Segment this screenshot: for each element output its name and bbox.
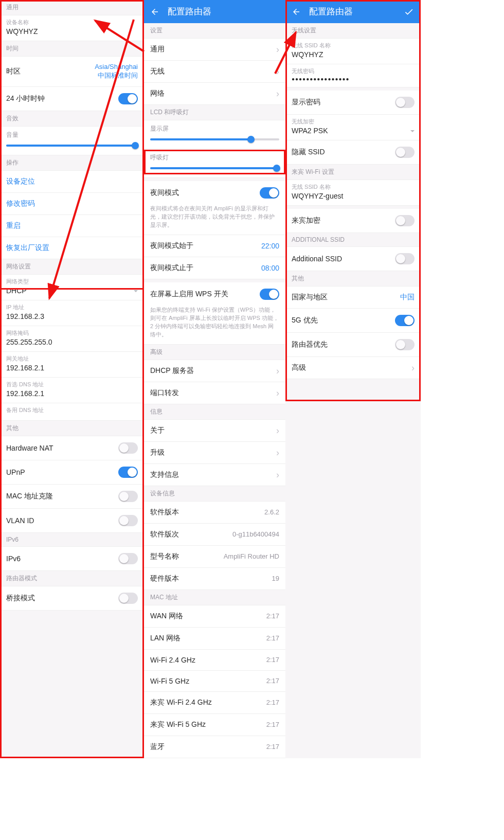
upnp-toggle[interactable] <box>118 467 138 478</box>
show-pwd-toggle[interactable] <box>395 97 415 108</box>
display-slider[interactable] <box>150 138 279 140</box>
night-mode-toggle[interactable] <box>260 187 279 199</box>
hwnat-toggle[interactable] <box>118 442 138 454</box>
mac-row: 来宾 Wi-Fi 2.4 GHz2:17 <box>144 692 285 714</box>
fiveg-toggle[interactable] <box>395 315 415 326</box>
router-priority-row[interactable]: 路由器优先 <box>285 333 421 357</box>
section-wireless: 无线设置 <box>285 23 421 39</box>
save-button[interactable] <box>403 7 415 17</box>
country-row[interactable]: 国家与地区中国 <box>285 287 421 309</box>
section-other3: 其他 <box>285 271 421 287</box>
mac-row: 蓝牙2:17 <box>144 736 285 758</box>
pwd-value[interactable]: ●●●●●●●●●●●●●●●● <box>285 75 421 87</box>
menu-network[interactable]: 网络› <box>144 83 285 105</box>
night-to-row[interactable]: 夜间模式止于08:00 <box>144 257 285 279</box>
wps-row[interactable]: 在屏幕上启用 WPS 开关 <box>144 282 285 306</box>
volume-slider-row[interactable]: 音量 <box>0 127 144 155</box>
hw-ver-row: 硬件版本19 <box>144 568 285 590</box>
mac-row: Wi-Fi 5 GHz2:17 <box>144 671 285 692</box>
clock24-row[interactable]: 24 小时时钟 <box>0 87 144 111</box>
hide-ssid-toggle[interactable] <box>395 147 415 158</box>
model-row: 型号名称AmpliFi Router HD <box>144 546 285 568</box>
led-slider[interactable] <box>150 167 279 169</box>
volume-label: 音量 <box>6 131 138 139</box>
op-reboot[interactable]: 重启 <box>0 215 144 237</box>
wps-toggle[interactable] <box>260 289 279 300</box>
panel-wireless-settings: 配置路由器 无线设置 无线 SSID 名称 WQYHYZ 无线密码 ●●●●●●… <box>285 0 421 758</box>
section-network: 网络设置 <box>0 259 144 275</box>
menu-upgrade[interactable]: 升级› <box>144 442 285 464</box>
vlan-toggle[interactable] <box>118 515 138 526</box>
panel-router-config-main: 配置路由器 设置 通用› 无线› 网络› LCD 和呼吸灯 显示屏 呼吸灯 夜间… <box>144 0 285 758</box>
upnp-row[interactable]: UPnP <box>0 460 144 485</box>
hwnat-row[interactable]: Hardware NAT <box>0 436 144 460</box>
back-button[interactable] <box>150 7 160 16</box>
check-icon <box>404 7 414 17</box>
guest-enc-row[interactable]: 来宾加密 <box>285 209 421 233</box>
hide-ssid-row[interactable]: 隐藏 SSID <box>285 140 421 165</box>
op-locate[interactable]: 设备定位 <box>0 171 144 193</box>
night-mode-row[interactable]: 夜间模式 <box>144 181 285 205</box>
clock24-toggle[interactable] <box>118 93 138 104</box>
chevron-right-icon: › <box>276 366 279 376</box>
net-type-value[interactable]: DHCP <box>0 285 144 300</box>
menu-wireless[interactable]: 无线› <box>144 61 285 83</box>
section-info: 信息 <box>144 404 285 420</box>
arrow-left-icon <box>150 7 159 16</box>
night-from-row[interactable]: 夜间模式始于22:00 <box>144 235 285 257</box>
back-button[interactable] <box>292 7 302 16</box>
arrow-left-icon <box>292 7 301 16</box>
night-mode-desc: 夜间模式将会在夜间关闭 AmpliFi 的显示屏和灯光，建议您打开该功能，以免背… <box>144 205 285 235</box>
chevron-right-icon: › <box>276 388 279 398</box>
guest-enc-toggle[interactable] <box>395 215 415 226</box>
show-pwd-row[interactable]: 显示密码 <box>285 91 421 115</box>
page-title: 配置路由器 <box>168 6 279 17</box>
section-ops: 操作 <box>0 155 144 171</box>
page-title: 配置路由器 <box>309 6 403 17</box>
chevron-right-icon: › <box>276 470 279 479</box>
header-bar-wireless: 配置路由器 <box>285 0 421 23</box>
vlan-row[interactable]: VLAN ID <box>0 509 144 533</box>
macclone-toggle[interactable] <box>118 491 138 502</box>
section-router-mode: 路由器模式 <box>0 571 144 586</box>
timezone-value: Asia/Shanghai中国标准时间 <box>95 63 138 80</box>
bridge-toggle[interactable] <box>118 593 138 604</box>
ipv6-row[interactable]: IPv6 <box>0 547 144 571</box>
menu-general[interactable]: 通用› <box>144 39 285 61</box>
guest-ssid-value[interactable]: WQYHYZ-guest <box>285 191 421 206</box>
bridge-row[interactable]: 桥接模式 <box>0 586 144 611</box>
additional-ssid-toggle[interactable] <box>395 253 415 264</box>
menu-port-forward[interactable]: 端口转发› <box>144 382 285 404</box>
led-label: 呼吸灯 <box>150 153 279 162</box>
ssid-value[interactable]: WQYHYZ <box>285 49 421 64</box>
menu-support[interactable]: 支持信息› <box>144 464 285 486</box>
sw-ver-row: 软件版本2.6.2 <box>144 502 285 524</box>
router-priority-toggle[interactable] <box>395 339 415 350</box>
led-slider-row[interactable]: 呼吸灯 <box>144 149 285 178</box>
enc-value[interactable]: WPA2 PSK <box>285 126 421 140</box>
additional-ssid-row[interactable]: Additional SSID <box>285 247 421 271</box>
adv-row[interactable]: 高级› <box>285 357 421 379</box>
volume-slider[interactable] <box>6 145 138 147</box>
sw-rev-row: 软件版次0-g11b6400494 <box>144 524 285 546</box>
op-change-password[interactable]: 修改密码 <box>0 193 144 215</box>
device-name-label: 设备名称 <box>0 15 144 26</box>
menu-about[interactable]: 关于› <box>144 420 285 442</box>
dns2-value[interactable] <box>0 414 144 421</box>
section-time: 时间 <box>0 41 144 57</box>
display-label: 显示屏 <box>150 124 279 133</box>
timezone-row[interactable]: 时区 Asia/Shanghai中国标准时间 <box>0 57 144 87</box>
fiveg-row[interactable]: 5G 优先 <box>285 309 421 333</box>
macclone-row[interactable]: MAC 地址克隆 <box>0 485 144 509</box>
ipv6-toggle[interactable] <box>118 553 138 564</box>
display-slider-row[interactable]: 显示屏 <box>144 120 285 149</box>
device-name-value[interactable]: WQYHYZ <box>0 26 144 41</box>
section-devinfo: 设备信息 <box>144 486 285 502</box>
section-general: 通用 <box>0 0 144 15</box>
op-factory-reset[interactable]: 恢复出厂设置 <box>0 237 144 259</box>
blank-space <box>0 611 144 713</box>
menu-dhcp-server[interactable]: DHCP 服务器› <box>144 360 285 382</box>
ip-value: 192.168.2.3 <box>0 311 144 326</box>
mac-row: LAN 网络2:17 <box>144 628 285 650</box>
chevron-right-icon: › <box>276 45 279 54</box>
